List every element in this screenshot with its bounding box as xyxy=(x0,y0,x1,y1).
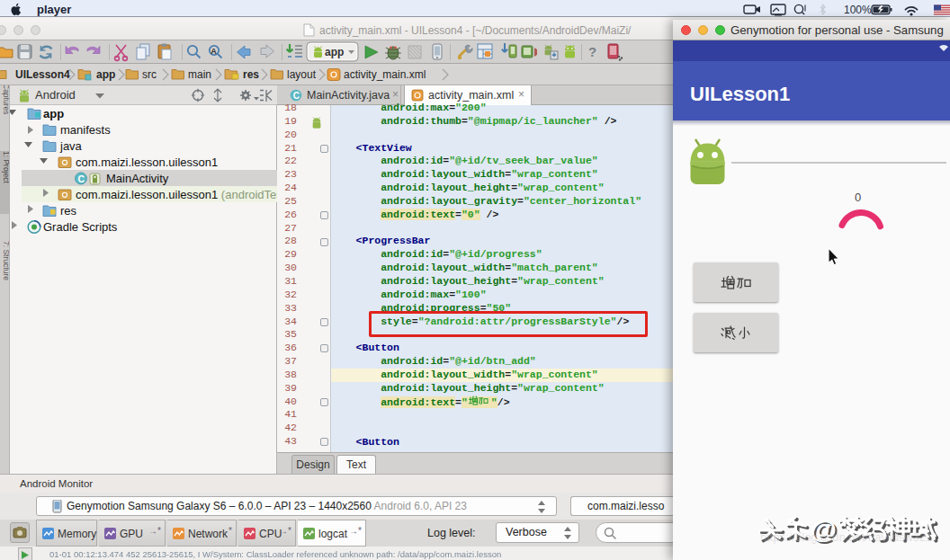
svg-text:A: A xyxy=(211,47,217,56)
svg-text:app: app xyxy=(325,46,344,58)
svg-text:100%: 100% xyxy=(844,4,872,16)
svg-text:C: C xyxy=(293,91,300,101)
svg-text:?: ? xyxy=(588,44,596,59)
svg-text:C: C xyxy=(78,173,85,184)
